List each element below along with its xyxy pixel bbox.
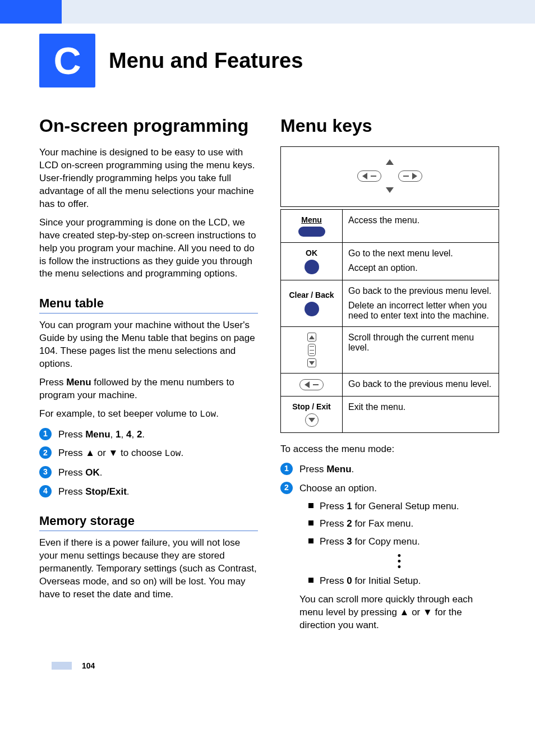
text-bold: 4	[126, 429, 131, 440]
key-graphic-stop: Stop / Exit	[281, 397, 343, 433]
key-graphic-clear: Clear / Back	[281, 280, 343, 327]
text: for Copy menu.	[352, 536, 420, 547]
option-list: Press 1 for General Setup menu. Press 2 …	[308, 500, 499, 548]
chapter-heading: C Menu and Features	[39, 34, 535, 87]
up-arrow-icon	[309, 335, 315, 339]
clear-back-button-icon	[305, 302, 319, 316]
text: Choose an option.	[299, 483, 377, 494]
scroll-tip: You can scroll more quickly through each…	[299, 593, 499, 632]
key-graphic-menu: Menu	[281, 210, 343, 243]
text-bold: 2	[137, 429, 142, 440]
nav-pad-diagram	[280, 146, 499, 207]
menu-table-paragraph-1: You can program your machine without the…	[39, 319, 258, 371]
intro-paragraph-1: Your machine is designed to be easy to u…	[39, 146, 258, 211]
text: Press	[320, 536, 347, 547]
text-bold: Menu	[85, 429, 110, 440]
scroll-bar-icon	[308, 344, 316, 356]
access-step-1: Press Menu.	[280, 463, 499, 476]
page-footer: 104	[0, 661, 535, 687]
text: Go to the next menu level.	[348, 248, 493, 259]
step-2: Press ▲ or ▼ to choose Low.	[39, 446, 258, 460]
menu-button-icon	[298, 227, 325, 237]
ok-button-icon	[305, 260, 319, 274]
key-graphic-ok: OK	[281, 243, 343, 280]
list-item: Press 1 for General Setup menu.	[308, 500, 499, 513]
stop-triangle-icon	[308, 418, 315, 422]
text: .	[352, 464, 354, 474]
text-bold: 1	[347, 501, 352, 511]
list-item: Press 0 for Initial Setup.	[308, 574, 499, 588]
footer-tab-icon	[52, 662, 72, 670]
text: ,	[131, 429, 136, 440]
text: ,	[121, 429, 126, 440]
step-1: Press Menu, 1, 4, 2.	[39, 428, 258, 441]
right-column: Menu keys Menu Access the menu.	[280, 116, 499, 639]
text-bold: 1	[116, 429, 121, 440]
section-menu-keys: Menu keys	[280, 116, 499, 136]
text-bold: 3	[347, 536, 352, 547]
text: Accept an option.	[348, 263, 493, 273]
subheading-menu-table: Menu table	[39, 296, 258, 314]
key-desc-menu: Access the menu.	[343, 210, 499, 243]
text: Press	[58, 467, 85, 478]
section-on-screen-programming: On-screen programming	[39, 116, 258, 136]
text: Press	[320, 501, 347, 511]
table-row: Scroll through the current menu level.	[281, 327, 499, 374]
text: for Initial Setup.	[352, 575, 421, 586]
key-graphic-left	[281, 374, 343, 397]
text: .	[216, 408, 219, 419]
text: for General Setup menu.	[352, 501, 459, 511]
text-mono: Low	[165, 449, 181, 459]
key-desc-ok: Go to the next menu level. Accept an opt…	[343, 243, 499, 280]
text: Go back to the previous menu level.	[348, 286, 493, 296]
chevron-left-icon	[305, 381, 310, 388]
vertical-ellipsis-icon: •••	[299, 553, 499, 570]
text: .	[127, 486, 130, 497]
up-arrow-icon	[386, 159, 394, 165]
chevron-left-icon	[362, 173, 367, 179]
step-4: Press Stop/Exit.	[39, 485, 258, 499]
list-item: Press 2 for Fax menu.	[308, 517, 499, 531]
right-arrow-button-icon	[398, 170, 422, 182]
table-row: Stop / Exit Exit the menu.	[281, 397, 499, 433]
left-column: On-screen programming Your machine is de…	[39, 116, 258, 639]
text: For example, to set beeper volume to	[39, 408, 200, 419]
text: Press	[320, 518, 347, 529]
text: Press ▲ or ▼ to choose	[58, 448, 165, 458]
memory-storage-paragraph: Even if there is a power failure, you wi…	[39, 537, 258, 601]
table-row: Go back to the previous menu level.	[281, 374, 499, 397]
text: Delete an incorrect letter when you need…	[348, 301, 493, 321]
text: Press	[58, 486, 85, 497]
text-bold: OK	[85, 467, 100, 478]
key-desc-scroll: Scroll through the current menu level.	[343, 327, 499, 374]
text-mono: Low	[200, 409, 216, 420]
subheading-memory-storage: Memory storage	[39, 514, 258, 531]
example-intro: For example, to set beeper volume to Low…	[39, 408, 258, 421]
text: .	[100, 467, 103, 478]
stop-button-icon	[305, 413, 319, 427]
menu-key-label: Menu	[287, 215, 336, 224]
menu-keys-table: Menu Access the menu. OK Go to the next …	[280, 209, 499, 433]
header-accent	[0, 0, 62, 24]
text: .	[181, 448, 183, 458]
text: Press	[58, 429, 85, 440]
table-row: Menu Access the menu.	[281, 210, 499, 243]
text-bold: Menu	[66, 377, 91, 388]
chevron-right-icon	[412, 173, 417, 179]
text: Press	[320, 575, 347, 586]
text-bold: 0	[347, 575, 352, 586]
key-graphic-updown	[281, 327, 343, 374]
left-arrow-button-icon	[299, 379, 324, 390]
access-steps: Press Menu. Choose an option. Press 1 fo…	[280, 463, 499, 632]
menu-table-paragraph-2: Press Menu followed by the menu numbers …	[39, 376, 258, 402]
key-desc-exit: Exit the menu.	[343, 397, 499, 433]
access-intro: To access the menu mode:	[280, 443, 499, 456]
text-bold: Menu	[326, 464, 351, 474]
text: Press	[299, 464, 326, 474]
page-body: On-screen programming Your machine is de…	[0, 87, 535, 661]
example-steps: Press Menu, 1, 4, 2. Press ▲ or ▼ to cho…	[39, 428, 258, 499]
page-header-band	[0, 0, 535, 24]
left-arrow-button-icon	[357, 170, 381, 182]
text: ,	[110, 429, 116, 440]
text-bold: Stop/Exit	[85, 486, 127, 497]
